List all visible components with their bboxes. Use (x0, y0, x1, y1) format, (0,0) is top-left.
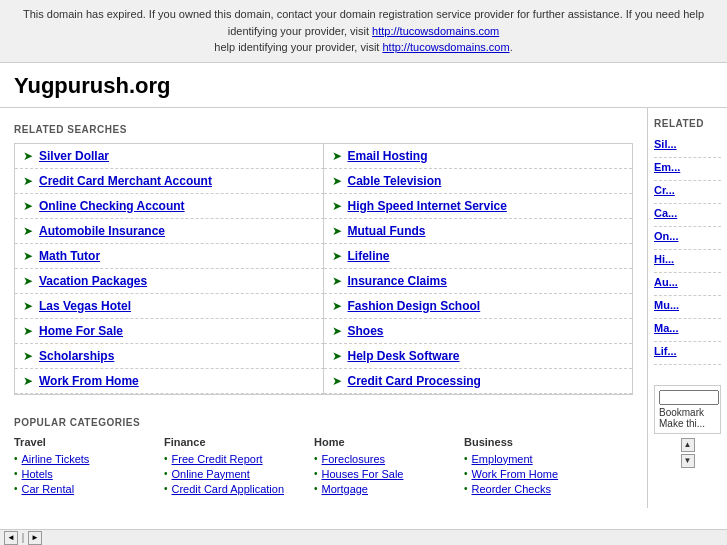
link-arrow-icon: ➤ (23, 274, 33, 288)
search-link[interactable]: Mutual Funds (348, 224, 426, 238)
search-link[interactable]: Silver Dollar (39, 149, 109, 163)
sidebar-link[interactable]: Sil... (654, 138, 721, 150)
link-arrow-icon: ➤ (332, 199, 342, 213)
link-cell: ➤Automobile Insurance (15, 219, 324, 244)
search-link[interactable]: Shoes (348, 324, 384, 338)
sidebar-link-item: Ma... (654, 319, 721, 342)
sidebar-link-item: On... (654, 227, 721, 250)
link-arrow-icon: ➤ (332, 249, 342, 263)
popular-cats: TravelAirline TicketsHotelsCar RentalFin… (14, 436, 633, 498)
category-link[interactable]: Foreclosures (322, 453, 386, 465)
link-cell: ➤Work From Home (15, 369, 324, 394)
category-link[interactable]: Mortgage (322, 483, 368, 495)
category-link[interactable]: Airline Tickets (22, 453, 90, 465)
scroll-down-btn[interactable]: ▼ (681, 454, 695, 468)
link-cell: ➤Mutual Funds (324, 219, 633, 244)
list-item: Free Credit Report (164, 453, 294, 465)
sidebar-link[interactable]: Em... (654, 161, 721, 173)
link-arrow-icon: ➤ (23, 374, 33, 388)
top-notice: This domain has expired. If you owned th… (0, 0, 727, 63)
search-link[interactable]: Cable Television (348, 174, 442, 188)
search-link[interactable]: Las Vegas Hotel (39, 299, 131, 313)
category-link[interactable]: Online Payment (172, 468, 250, 480)
list-item: Online Payment (164, 468, 294, 480)
sidebar-link[interactable]: Lif... (654, 345, 721, 357)
sidebar-link-item: Hi... (654, 250, 721, 273)
category-links: EmploymentWork From HomeReorder Checks (464, 453, 594, 495)
site-title: Yugpurush.org (0, 63, 727, 108)
category-link[interactable]: Employment (472, 453, 533, 465)
notice-link[interactable]: http://tucowsdomains.com (372, 25, 499, 37)
link-arrow-icon: ➤ (23, 174, 33, 188)
link-cell: ➤Cable Television (324, 169, 633, 194)
link-arrow-icon: ➤ (23, 249, 33, 263)
link-arrow-icon: ➤ (23, 149, 33, 163)
search-link[interactable]: Online Checking Account (39, 199, 185, 213)
search-link[interactable]: Lifeline (348, 249, 390, 263)
link-cell: ➤Credit Card Processing (324, 369, 633, 394)
link-cell: ➤Math Tutor (15, 244, 324, 269)
search-link[interactable]: Automobile Insurance (39, 224, 165, 238)
link-arrow-icon: ➤ (332, 299, 342, 313)
sidebar-link-item: Sil... (654, 135, 721, 158)
link-arrow-icon: ➤ (332, 349, 342, 363)
sidebar-link[interactable]: Ca... (654, 207, 721, 219)
sidebar-link[interactable]: Ma... (654, 322, 721, 334)
link-arrow-icon: ➤ (332, 174, 342, 188)
link-cell: ➤Scholarships (15, 344, 324, 369)
list-item: Houses For Sale (314, 468, 444, 480)
category-link[interactable]: Work From Home (472, 468, 559, 480)
link-cell: ➤Insurance Claims (324, 269, 633, 294)
list-item: Reorder Checks (464, 483, 594, 495)
category-link[interactable]: Houses For Sale (322, 468, 404, 480)
search-link[interactable]: Math Tutor (39, 249, 100, 263)
category-link[interactable]: Free Credit Report (172, 453, 263, 465)
search-link[interactable]: Home For Sale (39, 324, 123, 338)
right-sidebar-title: RELATED (654, 118, 721, 129)
search-link[interactable]: Work From Home (39, 374, 139, 388)
search-link[interactable]: Fashion Design School (348, 299, 481, 313)
make-label: Make thi... (659, 418, 716, 429)
category-link[interactable]: Credit Card Application (172, 483, 285, 495)
list-item: Credit Card Application (164, 483, 294, 495)
search-link[interactable]: Help Desk Software (348, 349, 460, 363)
link-cell: ➤Email Hosting (324, 144, 633, 169)
sidebar-link-item: Lif... (654, 342, 721, 365)
category-link[interactable]: Car Rental (22, 483, 75, 495)
search-link[interactable]: Email Hosting (348, 149, 428, 163)
link-arrow-icon: ➤ (23, 224, 33, 238)
sidebar-link[interactable]: On... (654, 230, 721, 242)
sidebar-link[interactable]: Au... (654, 276, 721, 288)
link-arrow-icon: ➤ (23, 199, 33, 213)
list-item: Employment (464, 453, 594, 465)
list-item: Car Rental (14, 483, 144, 495)
category-link[interactable]: Hotels (22, 468, 53, 480)
link-cell: ➤Vacation Packages (15, 269, 324, 294)
bookmark-input[interactable] (659, 390, 719, 405)
sidebar-link-item: Ca... (654, 204, 721, 227)
category-column: TravelAirline TicketsHotelsCar Rental (14, 436, 144, 498)
notice-link2[interactable]: http://tucowsdomains.com (382, 41, 509, 53)
sidebar-link[interactable]: Mu... (654, 299, 721, 311)
sidebar-link[interactable]: Hi... (654, 253, 721, 265)
search-link[interactable]: Credit Card Merchant Account (39, 174, 212, 188)
link-arrow-icon: ➤ (332, 374, 342, 388)
list-item: Foreclosures (314, 453, 444, 465)
link-arrow-icon: ➤ (23, 299, 33, 313)
link-arrow-icon: ➤ (332, 324, 342, 338)
search-link[interactable]: High Speed Internet Service (348, 199, 507, 213)
category-title: Travel (14, 436, 144, 448)
search-link[interactable]: Scholarships (39, 349, 114, 363)
link-cell: ➤Home For Sale (15, 319, 324, 344)
search-link[interactable]: Vacation Packages (39, 274, 147, 288)
scroll-up-btn[interactable]: ▲ (681, 438, 695, 452)
category-column: BusinessEmploymentWork From HomeReorder … (464, 436, 594, 498)
search-link[interactable]: Credit Card Processing (348, 374, 481, 388)
search-link[interactable]: Insurance Claims (348, 274, 447, 288)
category-links: Free Credit ReportOnline PaymentCredit C… (164, 453, 294, 495)
sidebar-link[interactable]: Cr... (654, 184, 721, 196)
sidebar-link-item: Em... (654, 158, 721, 181)
link-cell: ➤Help Desk Software (324, 344, 633, 369)
category-link[interactable]: Reorder Checks (472, 483, 551, 495)
sidebar-link-item: Au... (654, 273, 721, 296)
